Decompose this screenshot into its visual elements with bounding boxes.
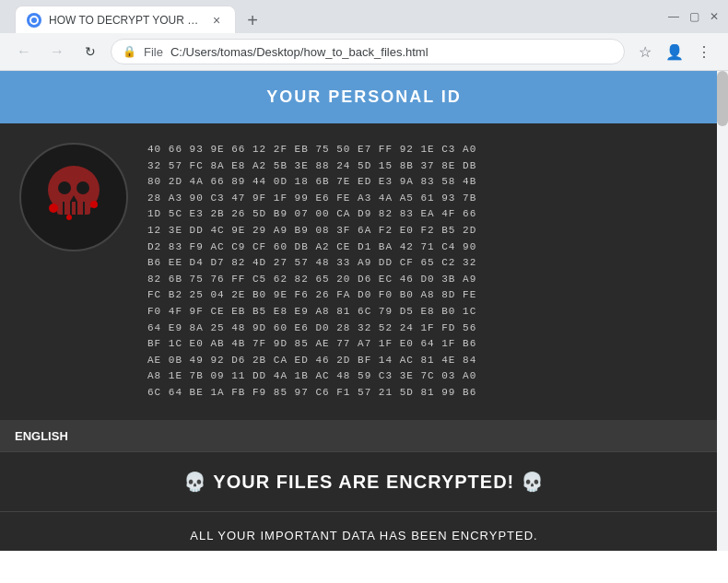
svg-point-2 xyxy=(58,181,71,194)
svg-point-12 xyxy=(66,215,72,220)
hex-section: 40 66 93 9E 66 12 2F EB 75 50 E7 FF 92 1… xyxy=(0,123,728,420)
svg-point-10 xyxy=(49,204,58,213)
encrypt-header: 💀 YOUR FILES ARE ENCRYPTED! 💀 xyxy=(0,451,728,512)
svg-point-3 xyxy=(76,181,89,194)
tab-bar: HOW TO DECRYPT YOUR FILES × + xyxy=(7,0,273,33)
title-bar: HOW TO DECRYPT YOUR FILES × + — ▢ ✕ xyxy=(0,0,728,33)
language-label: ENGLISH xyxy=(15,429,68,443)
svg-rect-5 xyxy=(57,202,90,215)
close-tab-button[interactable]: × xyxy=(209,13,224,28)
tab-label: HOW TO DECRYPT YOUR FILES xyxy=(49,14,202,27)
close-button[interactable]: ✕ xyxy=(708,10,721,23)
browser-tab[interactable]: HOW TO DECRYPT YOUR FILES × xyxy=(15,6,236,33)
url-bar[interactable]: 🔒 File C:/Users/tomas/Desktop/how_to_bac… xyxy=(111,39,625,64)
scrollbar-track xyxy=(717,71,728,551)
reload-button[interactable]: ↻ xyxy=(77,39,103,64)
url-file-label: File xyxy=(144,45,163,59)
window-controls: — ▢ ✕ xyxy=(667,10,721,23)
bookmark-button[interactable]: ☆ xyxy=(632,39,658,64)
account-button[interactable]: 👤 xyxy=(662,39,687,64)
address-bar: ← → ↻ 🔒 File C:/Users/tomas/Desktop/how_… xyxy=(0,33,728,70)
browser-chrome: HOW TO DECRYPT YOUR FILES × + — ▢ ✕ ← → … xyxy=(0,0,728,71)
svg-point-11 xyxy=(90,201,98,208)
encrypt-subtitle: ALL YOUR IMPORTANT DATA HAS BEEN ENCRYPT… xyxy=(0,512,728,552)
menu-button[interactable]: ⋮ xyxy=(691,39,717,64)
lock-icon: 🔒 xyxy=(123,45,136,58)
minimize-button[interactable]: — xyxy=(667,10,680,23)
page-content: YOUR PERSONAL ID xyxy=(0,71,728,551)
language-bar: ENGLISH xyxy=(0,420,728,451)
scrollbar-thumb[interactable] xyxy=(717,71,728,126)
back-button[interactable]: ← xyxy=(11,39,37,64)
personal-id-title: YOUR PERSONAL ID xyxy=(266,87,462,106)
menu-icon: ⋮ xyxy=(697,43,711,61)
favicon-inner xyxy=(29,16,39,25)
star-icon: ☆ xyxy=(639,43,652,61)
personal-id-header: YOUR PERSONAL ID xyxy=(0,71,728,123)
hex-data: 40 66 93 9E 66 12 2F EB 75 50 E7 FF 92 1… xyxy=(147,142,710,402)
tab-favicon xyxy=(27,13,41,28)
url-path: C:/Users/tomas/Desktop/how_to_back_files… xyxy=(170,45,429,59)
account-icon: 👤 xyxy=(665,43,684,61)
inner-page: YOUR PERSONAL ID xyxy=(0,71,728,551)
maximize-button[interactable]: ▢ xyxy=(687,10,700,23)
new-tab-button[interactable]: + xyxy=(240,7,265,33)
encrypt-subtitle-text: ALL YOUR IMPORTANT DATA HAS BEEN ENCRYPT… xyxy=(190,529,537,542)
skull-icon xyxy=(18,142,129,252)
encrypt-title: 💀 YOUR FILES ARE ENCRYPTED! 💀 xyxy=(183,472,545,492)
forward-button[interactable]: → xyxy=(44,39,70,64)
address-actions: ☆ 👤 ⋮ xyxy=(632,39,717,64)
